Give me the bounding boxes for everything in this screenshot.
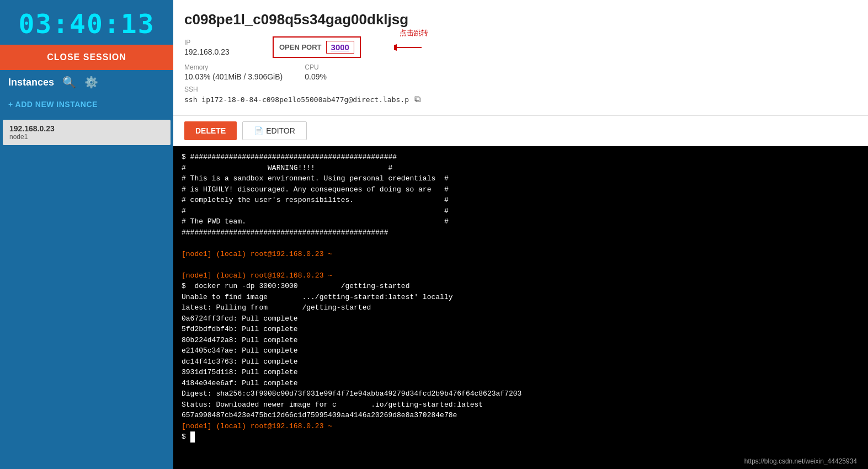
info-row-1: IP 192.168.0.23 OPEN PORT 3000: [184, 36, 857, 58]
term-line: dc14f41c3763: Pull complete: [182, 356, 860, 367]
instance-item[interactable]: 192.168.0.23 node1: [3, 120, 171, 145]
editor-file-icon: 📄: [254, 126, 263, 135]
port-number-link[interactable]: 3000: [326, 41, 354, 54]
clock-display: 03:40:13: [0, 8, 173, 39]
term-line: 5fd2bdfdbf4b: Pull complete: [182, 324, 860, 335]
terminal[interactable]: $ ######################################…: [173, 146, 868, 469]
term-line: $ ######################################…: [182, 152, 860, 163]
sidebar: 03:40:13 CLOSE SESSION Instances 🔍 ⚙️ + …: [0, 0, 173, 469]
memory-section: Memory 10.03% (401MiB / 3.906GiB): [184, 63, 283, 81]
cpu-value: 0.09%: [305, 72, 327, 81]
main-content: c098pe1l_c098q5s34gag00dkljsg IP 192.168…: [173, 0, 868, 469]
gear-icon[interactable]: ⚙️: [84, 76, 98, 89]
instance-list: 192.168.0.23 node1: [0, 120, 173, 146]
open-port-label: OPEN PORT: [279, 43, 322, 51]
term-line: # This is a sandbox environment. Using p…: [182, 173, 860, 184]
term-line: # is HIGHLY! discouraged. Any consequenc…: [182, 184, 860, 195]
copy-icon[interactable]: ⧉: [414, 94, 420, 104]
header-area: c098pe1l_c098q5s34gag00dkljsg IP 192.168…: [173, 0, 868, 116]
term-line: 0a6724ff3fcd: Pull complete: [182, 313, 860, 324]
term-line: latest: Pulling from /getting-started: [182, 302, 860, 313]
memory-label: Memory: [184, 63, 283, 71]
instance-ip: 192.168.0.23: [9, 124, 164, 133]
ssh-label: SSH: [184, 86, 420, 93]
term-line: e21405c347ae: Pull complete: [182, 345, 860, 356]
ip-section: IP 192.168.0.23: [184, 39, 256, 56]
term-line: # The PWD team. #: [182, 216, 860, 227]
clock-area: 03:40:13: [0, 0, 173, 45]
annotation-text: 点击跳转: [400, 28, 428, 38]
instance-name: node1: [9, 133, 164, 141]
footer-text: https://blog.csdn.net/weixin_44425934: [742, 456, 860, 466]
delete-button[interactable]: DELETE: [184, 121, 237, 140]
info-row-2: Memory 10.03% (401MiB / 3.906GiB) CPU 0.…: [184, 63, 857, 81]
term-line: [node1] (local) root@192.168.0.23 ~: [182, 421, 860, 432]
action-bar: DELETE 📄 EDITOR: [173, 116, 868, 146]
close-session-button[interactable]: CLOSE SESSION: [0, 45, 173, 70]
arrow-indicator: [394, 39, 427, 56]
term-line: $: [182, 431, 860, 443]
ip-label: IP: [184, 39, 256, 46]
term-line: 657a998487cb423e475bc12d66c1d75995409aa4…: [182, 410, 860, 421]
editor-button[interactable]: 📄 EDITOR: [242, 121, 307, 140]
instance-title: c098pe1l_c098q5s34gag00dkljsg: [184, 11, 857, 28]
ip-value: 192.168.0.23: [184, 47, 256, 56]
term-line: [node1] (local) root@192.168.0.23 ~: [182, 270, 860, 281]
cpu-label: CPU: [305, 63, 327, 71]
term-line: Unable to find image .../getting-started…: [182, 292, 860, 303]
open-port-container: OPEN PORT 3000 点击跳转: [273, 36, 361, 58]
cpu-section: CPU 0.09%: [305, 63, 327, 81]
open-port-box: OPEN PORT 3000: [273, 36, 361, 58]
term-line: $ docker run -dp 3000:3000 /getting-star…: [182, 281, 860, 292]
ssh-value: ssh ip172-18-0-84-c098pe1lo55000ab477g@d…: [184, 95, 409, 104]
term-line: Status: Downloaded newer image for c .io…: [182, 399, 860, 411]
term-line: 3931d175d118: Pull complete: [182, 367, 860, 378]
term-line: # completely the user's responsibilites.…: [182, 195, 860, 206]
term-line: 4184e04ee6af: Pull complete: [182, 378, 860, 389]
memory-value: 10.03% (401MiB / 3.906GiB): [184, 72, 283, 81]
instances-header: Instances 🔍 ⚙️: [0, 70, 173, 94]
ssh-value-row: ssh ip172-18-0-84-c098pe1lo55000ab477g@d…: [184, 94, 420, 104]
instances-label: Instances: [8, 77, 54, 88]
add-new-instance-button[interactable]: + ADD NEW INSTANCE: [0, 94, 173, 120]
ssh-section: SSH ssh ip172-18-0-84-c098pe1lo55000ab47…: [184, 86, 420, 104]
ssh-row: SSH ssh ip172-18-0-84-c098pe1lo55000ab47…: [184, 86, 857, 104]
search-icon[interactable]: 🔍: [62, 76, 76, 89]
term-line: # #: [182, 206, 860, 217]
term-line: Digest: sha256:c3f9008c90d73f031e99f4f71…: [182, 388, 860, 399]
editor-label: EDITOR: [266, 126, 295, 135]
term-line: [node1] (local) root@192.168.0.23 ~: [182, 249, 860, 260]
term-line: 80b224d472a8: Pull complete: [182, 335, 860, 346]
term-line: # WARNING!!!! #: [182, 163, 860, 174]
term-line: ########################################…: [182, 227, 860, 238]
